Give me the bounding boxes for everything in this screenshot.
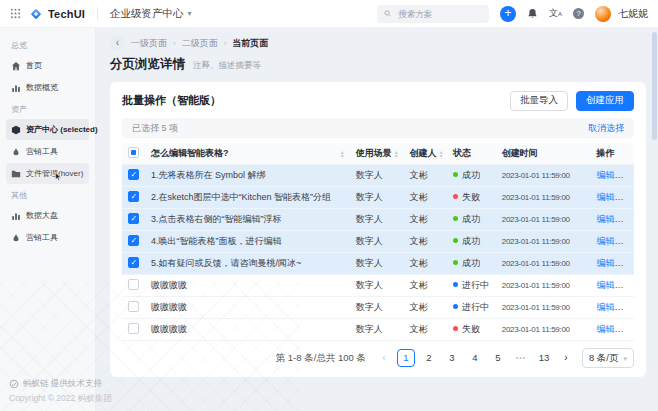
row-checkbox[interactable] [128, 257, 139, 268]
row-title: 嗷嗷嗷嗷 [145, 319, 350, 341]
row-creator: 文彬 [404, 209, 448, 231]
select-all-checkbox[interactable] [128, 147, 139, 158]
row-checkbox[interactable] [128, 279, 139, 290]
user-avatar[interactable] [595, 6, 611, 22]
column-header-creator[interactable]: 创建人▴▾ [404, 143, 448, 165]
row-status: 成功 [447, 231, 496, 253]
pagination-pages: 12345•••13 [397, 349, 553, 367]
brand-logo[interactable]: TechUI [29, 7, 85, 21]
status-dot-icon [453, 238, 458, 243]
sidebar-item[interactable]: 数据大盘 [6, 205, 89, 226]
breadcrumb-item[interactable]: 一级页面 [131, 37, 167, 50]
sidebar-item[interactable]: 数据概览 [6, 77, 89, 98]
row-title: 4.唤出“智能表格”面板，进行编辑 [145, 231, 350, 253]
sort-icon[interactable]: ▴▾ [341, 150, 344, 158]
row-checkbox[interactable] [128, 235, 139, 246]
status-dot-icon [453, 172, 458, 177]
cursor-pointer-icon [53, 172, 63, 184]
row-created-time: 2023-01-01 11:59:00 [496, 231, 591, 253]
scrollbar-thumb[interactable] [652, 32, 657, 140]
pagination-total: 第 1-8 条/总共 100 条 [276, 352, 366, 365]
edit-link[interactable]: 编辑 [596, 324, 614, 334]
edit-link[interactable]: 编辑 [596, 302, 614, 312]
sort-icon[interactable]: ▴▾ [395, 150, 398, 158]
username[interactable]: 七妮妮 [618, 7, 648, 21]
row-status: 失败 [447, 319, 496, 341]
help-icon[interactable]: ? [573, 8, 584, 19]
clear-selection-link[interactable]: 取消选择 [588, 122, 624, 135]
column-header-title[interactable]: 怎么编辑智能表格?▴▾ [145, 143, 350, 165]
edit-link[interactable]: 编辑 [596, 280, 614, 290]
app-launcher-icon[interactable] [10, 8, 21, 19]
column-header-time: 创建时间 [496, 143, 591, 165]
page-number[interactable]: 3 [443, 349, 461, 367]
row-created-time: 2023-01-01 11:59:00 [496, 275, 591, 297]
chevron-down-icon: ▾ [623, 355, 627, 362]
row-scene: 数字人 [350, 231, 404, 253]
search-input[interactable] [396, 8, 482, 20]
row-created-time: 2023-01-01 11:59:00 [496, 209, 591, 231]
row-scene: 数字人 [350, 319, 404, 341]
prev-page-icon[interactable]: ‹ [376, 349, 392, 367]
page-size-select[interactable]: 8 条/页 ▾ [582, 348, 634, 368]
sidebar-item[interactable]: 首页 [6, 55, 89, 76]
status-dot-icon [453, 282, 458, 287]
column-header-action: 操作 [590, 143, 634, 165]
row-checkbox[interactable] [128, 191, 139, 202]
translate-icon[interactable]: 文A [549, 9, 562, 18]
create-app-button[interactable]: 创建应用 [576, 91, 634, 111]
global-search[interactable] [377, 5, 489, 23]
sort-icon[interactable]: ▴▾ [440, 150, 443, 158]
antchain-logo-icon [9, 379, 19, 389]
sidebar-item[interactable]: 资产中心 (selected) [6, 119, 89, 140]
column-header-scene[interactable]: 使用场景▴▾ [350, 143, 404, 165]
back-button[interactable]: ‹ [110, 36, 125, 51]
notification-bell-icon[interactable] [527, 8, 538, 19]
row-created-time: 2023-01-01 11:59:00 [496, 253, 591, 275]
row-scene: 数字人 [350, 187, 404, 209]
row-scene: 数字人 [350, 165, 404, 187]
sidebar-item[interactable]: 营销工具 [6, 141, 89, 162]
row-title: 5.如有疑问或反馈，请咨询曼桃/闻冰~ [145, 253, 350, 275]
workspace-switcher[interactable]: 企业级资产中心 ▾ [110, 7, 192, 21]
row-checkbox[interactable] [128, 301, 139, 312]
page-number[interactable]: 5 [489, 349, 507, 367]
edit-link[interactable]: 编辑 [596, 258, 614, 268]
row-status: 成功 [447, 253, 496, 275]
row-checkbox[interactable] [128, 323, 139, 334]
table-row: 嗷嗷嗷嗷数字人文彬失败2023-01-01 11:59:00编辑删除 [122, 319, 634, 341]
page-number[interactable]: 13 [535, 349, 553, 367]
edit-link[interactable]: 编辑 [596, 214, 614, 224]
row-checkbox[interactable] [128, 213, 139, 224]
topbar: TechUI 企业级资产中心 ▾ + 文A ? 七妮妮 [0, 0, 658, 28]
edit-link[interactable]: 编辑 [596, 170, 614, 180]
page-number[interactable]: 2 [420, 349, 438, 367]
status-dot-icon [453, 326, 458, 331]
batch-import-button[interactable]: 批量导入 [510, 91, 568, 111]
row-checkbox[interactable] [128, 169, 139, 180]
row-creator: 文彬 [404, 253, 448, 275]
page-subtitle: 注释、描述摘要等 [193, 60, 261, 72]
page-number[interactable]: 1 [397, 349, 415, 367]
table-row: 2.在sketch图层中选中“Kitchen 智能表格”分组数字人文彬失败202… [122, 187, 634, 209]
breadcrumb-item[interactable]: 二级页面 [182, 37, 218, 50]
table-row: 4.唤出“智能表格”面板，进行编辑数字人文彬成功2023-01-01 11:59… [122, 231, 634, 253]
scrollbar[interactable] [652, 30, 657, 409]
row-creator: 文彬 [404, 275, 448, 297]
page-ellipsis: ••• [512, 349, 530, 367]
sidebar-item[interactable]: 营销工具 [6, 227, 89, 248]
sidebar-group-label: 其他 [6, 185, 89, 205]
edit-link[interactable]: 编辑 [596, 192, 614, 202]
edit-link[interactable]: 编辑 [596, 236, 614, 246]
next-page-icon[interactable]: › [558, 349, 574, 367]
create-new-button[interactable]: + [500, 6, 516, 22]
data-table: 怎么编辑智能表格?▴▾ 使用场景▴▾ 创建人▴▾ 状态 创建时间 操作 1.先将… [122, 143, 634, 341]
sidebar-item[interactable]: 文件管理(hover) [6, 163, 89, 184]
table-body: 1.先将表格所在 Symbol 解绑数字人文彬成功2023-01-01 11:5… [122, 165, 634, 341]
column-header-status: 状态 [447, 143, 496, 165]
row-status: 成功 [447, 165, 496, 187]
table-header-row: 怎么编辑智能表格?▴▾ 使用场景▴▾ 创建人▴▾ 状态 创建时间 操作 [122, 143, 634, 165]
table-row: 3.点击表格右侧的“智能编辑”浮标数字人文彬成功2023-01-01 11:59… [122, 209, 634, 231]
page-number[interactable]: 4 [466, 349, 484, 367]
workspace-name: 企业级资产中心 [110, 7, 184, 21]
